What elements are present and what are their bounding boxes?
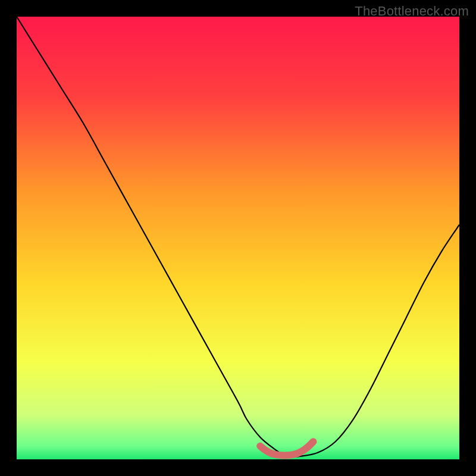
bottleneck-chart <box>17 17 459 459</box>
chart-frame: TheBottleneck.com <box>0 0 476 476</box>
gradient-background <box>17 17 459 459</box>
plot-area <box>17 17 459 459</box>
